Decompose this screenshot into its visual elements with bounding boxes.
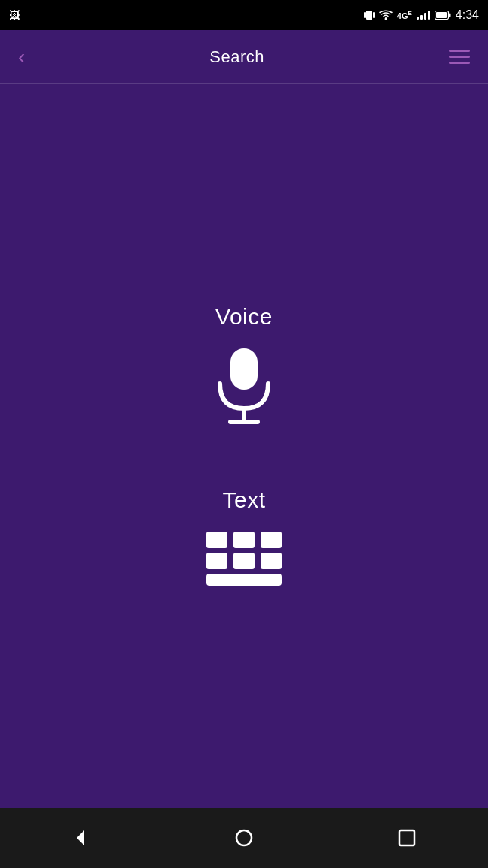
nav-recent-button[interactable] [384,815,429,860]
svg-rect-16 [206,574,282,586]
svg-rect-0 [366,11,372,20]
svg-rect-7 [230,348,258,390]
svg-rect-6 [449,14,451,17]
menu-icon-line1 [449,50,470,52]
nav-home-icon [233,827,255,848]
wifi-icon [379,10,393,20]
nav-bar [0,808,488,868]
svg-rect-5 [436,12,447,18]
svg-rect-10 [206,532,227,548]
nav-home-button[interactable] [221,815,267,860]
svg-rect-15 [261,553,282,569]
menu-button[interactable] [443,44,476,70]
text-search-option[interactable]: Text [203,487,285,588]
nav-back-icon [71,827,92,848]
battery-icon [435,11,451,20]
svg-rect-12 [261,532,282,548]
voice-label: Voice [215,304,273,330]
svg-marker-17 [77,830,84,845]
svg-rect-11 [233,532,255,548]
svg-rect-2 [373,12,375,18]
page-title: Search [209,47,264,67]
voice-search-option[interactable]: Voice [206,304,282,427]
keyboard-icon [203,528,285,588]
svg-rect-1 [364,12,366,18]
text-label: Text [222,487,265,513]
menu-icon-line2 [449,56,470,58]
status-bar-left: 🖼 [9,9,20,21]
status-bar-right: 4GE 4:34 [364,8,479,22]
status-time: 4:34 [456,8,479,22]
vibrate-icon [364,9,375,21]
microphone-icon [206,345,282,427]
menu-icon-line3 [449,62,470,64]
nav-back-button[interactable] [59,815,104,860]
nav-recent-icon [396,827,417,848]
status-bar: 🖼 4GE 4:34 [0,0,488,30]
svg-rect-13 [206,553,227,569]
main-content: Voice Text [0,84,488,808]
signal-icon [417,11,430,20]
network-type-label: 4GE [397,10,412,20]
svg-rect-14 [233,553,255,569]
back-button[interactable]: ‹ [12,41,31,74]
app-bar: ‹ Search [0,30,488,84]
image-icon: 🖼 [9,9,20,21]
svg-point-3 [384,18,387,20]
svg-rect-19 [399,830,414,845]
back-chevron-icon: ‹ [18,47,25,68]
svg-point-18 [236,830,252,845]
